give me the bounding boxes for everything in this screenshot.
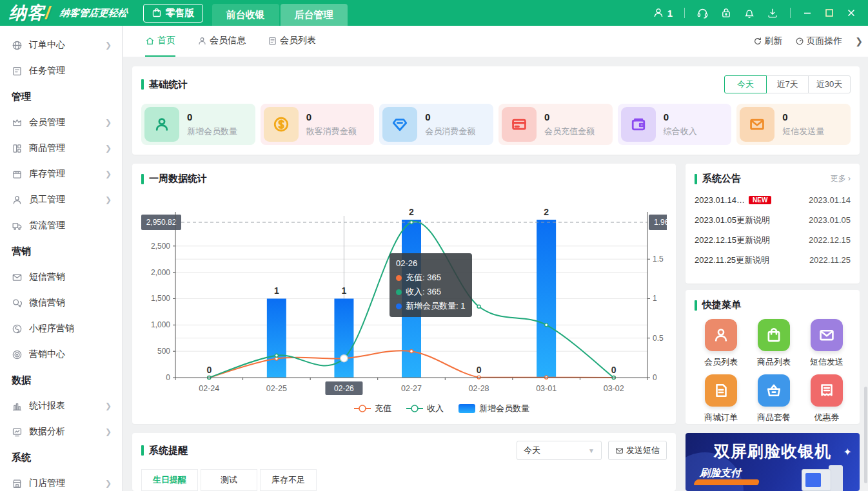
divider: [684, 8, 685, 18]
sidebar-item-marketing-center[interactable]: 营销中心: [0, 342, 122, 367]
close-button[interactable]: [846, 8, 856, 18]
announcement-row[interactable]: 2022.12.15更新说明2022.12.15: [695, 230, 851, 250]
reminder-tab-库存不足[interactable]: 库存不足: [260, 469, 317, 491]
chevron-right-icon: ❯: [105, 118, 112, 127]
bar-02-26[interactable]: [334, 298, 353, 378]
maximize-button[interactable]: [824, 8, 834, 18]
panel-title: 一周数据统计: [141, 173, 667, 185]
support-button[interactable]: [696, 7, 709, 19]
minimize-button[interactable]: [802, 8, 813, 18]
sidebar-item-sms-marketing[interactable]: 短信营销: [0, 264, 122, 290]
ad-swoosh: [693, 479, 760, 485]
header-nav-backend-admin[interactable]: 后台管理: [281, 4, 348, 26]
sidebar-scrollbar[interactable]: [864, 387, 867, 483]
dollar-icon: [273, 116, 290, 133]
list-icon: [268, 36, 277, 46]
stat-label: 新增会员数量: [187, 126, 237, 137]
svg-text:新增会员数量: 新增会员数量: [479, 403, 529, 413]
sidebar-item-data-analysis[interactable]: 数据分析❯: [0, 419, 122, 445]
svg-text:02-25: 02-25: [266, 384, 287, 393]
person-icon: [197, 36, 207, 46]
refresh-button[interactable]: 刷新: [753, 35, 782, 47]
quick-menu-product-combo[interactable]: 商品套餐: [747, 374, 800, 423]
quick-menu-sms-send[interactable]: 短信发送: [800, 319, 853, 368]
tab-member-list[interactable]: 会员列表: [268, 26, 316, 57]
svg-text:2: 2: [544, 207, 549, 217]
send-sms-button[interactable]: 发送短信: [608, 441, 667, 460]
reminder-range-select[interactable]: 今天 ▼: [517, 441, 602, 460]
range-button-今天[interactable]: 今天: [724, 75, 767, 93]
user-count: 1: [667, 8, 673, 19]
quick-menu-coupons[interactable]: 优惠券: [800, 374, 853, 423]
lock-icon: [720, 7, 732, 19]
svg-text:2: 2: [409, 207, 414, 217]
announcement-date: 2022.12.15: [809, 235, 851, 245]
target-icon: [12, 349, 23, 360]
sidebar-item-miniprogram-marketing[interactable]: 小程序营销: [0, 316, 122, 342]
sidebar-item-member-management[interactable]: 会员管理❯: [0, 110, 122, 135]
coupon-icon: [818, 382, 835, 399]
sidebar-item-logistics-management[interactable]: 货流管理: [0, 213, 122, 238]
weekly-combo-chart[interactable]: 01120202,950.821.96705001,0001,5002,0002…: [141, 186, 667, 417]
shopping-bag-icon: [152, 8, 162, 18]
range-button-近30天[interactable]: 近30天: [808, 75, 851, 93]
svg-text:02-27: 02-27: [401, 384, 422, 393]
sidebar-item-store-management[interactable]: 门店管理❯: [0, 470, 122, 491]
svg-text:02-24: 02-24: [199, 384, 219, 393]
ad-banner[interactable]: 双屏刷脸收银机 刷脸支付 ✦: [686, 433, 860, 491]
edition-badge[interactable]: 零售版: [143, 4, 203, 23]
truck-icon: [12, 220, 23, 231]
page-actions-button[interactable]: 页面操作: [795, 35, 842, 47]
panel-title: 基础统计: [141, 79, 188, 91]
sidebar-item-staff-management[interactable]: 员工管理❯: [0, 187, 122, 213]
svg-text:02-26: 02-26: [334, 384, 354, 393]
announcement-row[interactable]: 2023.01.05更新说明2023.01.05: [695, 210, 851, 230]
svg-text:收入: 收入: [427, 403, 444, 413]
lock-button[interactable]: [720, 7, 732, 19]
bar-02-27[interactable]: [402, 220, 421, 378]
miniprogram-icon: [12, 323, 23, 334]
sidebar-item-product-management[interactable]: 商品管理❯: [0, 135, 122, 161]
sparkle-icon: ✦: [843, 446, 852, 458]
notifications-button[interactable]: [744, 7, 755, 19]
reminder-tab-生日提醒[interactable]: 生日提醒: [141, 469, 198, 491]
svg-text:500: 500: [157, 347, 170, 356]
download-icon: [767, 7, 778, 19]
quick-menu-product-list[interactable]: 商品列表: [747, 319, 800, 368]
divider: [790, 8, 791, 18]
more-link[interactable]: 更多 ›: [831, 173, 851, 184]
home-icon: [145, 36, 155, 46]
monitor-icon: [12, 427, 23, 438]
announcement-row[interactable]: 2022.11.25更新说明2022.11.25: [695, 250, 851, 270]
stat-value: 0: [187, 111, 237, 122]
user-icon: [653, 7, 664, 19]
sidebar-item-wechat-marketing[interactable]: 微信营销: [0, 290, 122, 316]
weekly-chart-panel: 一周数据统计 01120202,950.821.96705001,0001,50…: [132, 164, 676, 424]
header-nav-front-cashier[interactable]: 前台收银: [212, 4, 279, 26]
chevron-right-icon: ❯: [105, 195, 112, 204]
chevron-right-icon: ❯: [105, 41, 112, 50]
sidebar-item-statistics-report[interactable]: 统计报表❯: [0, 393, 122, 419]
bar-02-25[interactable]: [267, 298, 286, 378]
user-account-button[interactable]: 1: [653, 7, 673, 19]
tab-member-info[interactable]: 会员信息: [197, 26, 246, 57]
svg-text:1.967: 1.967: [654, 218, 667, 227]
new-badge: NEW: [749, 196, 771, 204]
goods-icon: [12, 143, 23, 154]
envelope-icon: [749, 116, 765, 133]
range-button-近7天[interactable]: 近7天: [766, 75, 809, 93]
quick-menu-member-list[interactable]: 会员列表: [695, 319, 747, 368]
tab-home[interactable]: 首页: [145, 26, 175, 57]
sidebar-item-task-management[interactable]: 任务管理: [0, 58, 122, 84]
announcement-row[interactable]: 2023.01.14…NEW2023.01.14: [695, 190, 851, 210]
stat-value: 0: [306, 111, 357, 122]
bar-03-01[interactable]: [537, 220, 556, 378]
stat-card-短信发送量: 0短信发送量: [736, 104, 851, 145]
quick-menu-mall-orders[interactable]: 商城订单: [695, 374, 747, 423]
sidebar-item-order-center[interactable]: 订单中心❯: [0, 32, 122, 58]
sidebar-item-inventory-management[interactable]: 库存管理❯: [0, 161, 122, 187]
tabbar-overflow-chevron[interactable]: ❯: [855, 36, 863, 46]
box-icon: [12, 169, 23, 180]
reminder-tab-测试[interactable]: 测试: [201, 469, 257, 491]
download-button[interactable]: [767, 7, 778, 19]
